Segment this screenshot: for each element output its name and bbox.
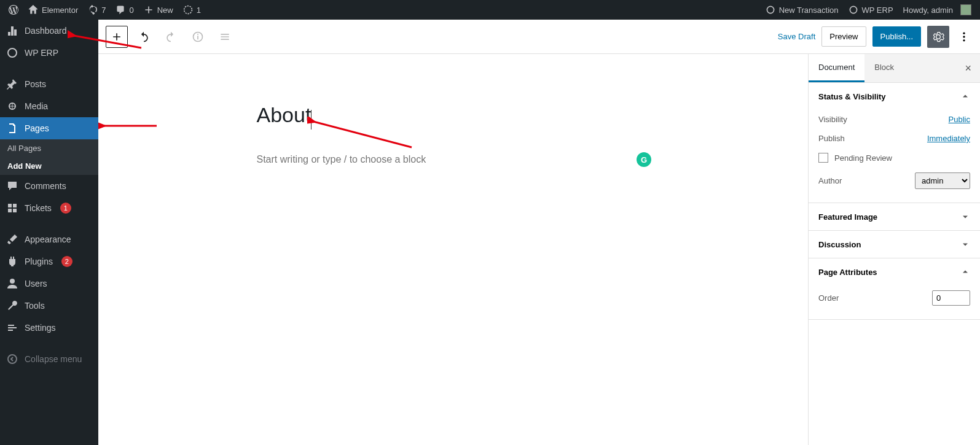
menu-label: Posts xyxy=(25,79,46,89)
settings-panel: Document Block × Status & Visibility Vis… xyxy=(808,54,980,445)
brush-icon xyxy=(6,233,18,246)
menu-wp-erp[interactable]: WP ERP xyxy=(0,42,98,64)
menu-tools[interactable]: Tools xyxy=(0,295,98,317)
comments-item[interactable]: 0 xyxy=(111,0,138,20)
menu-media[interactable]: Media xyxy=(0,95,98,117)
plugin-icon xyxy=(6,255,18,268)
submenu-add-new[interactable]: Add New xyxy=(0,157,98,175)
menu-dashboard[interactable]: Dashboard xyxy=(0,20,98,42)
wrench-icon xyxy=(6,300,18,312)
order-input[interactable] xyxy=(932,290,970,306)
pages-icon xyxy=(6,122,18,134)
wordpress-icon xyxy=(9,5,18,15)
menu-appearance[interactable]: Appearance xyxy=(0,228,98,250)
site-name-label: Elementor xyxy=(42,6,78,15)
add-block-button[interactable] xyxy=(106,26,128,48)
svg-point-3 xyxy=(8,48,17,57)
new-transaction-label: New Transaction xyxy=(779,6,839,15)
redo-button[interactable] xyxy=(160,26,182,48)
menu-label: Tickets xyxy=(25,203,52,213)
panel-toggle[interactable]: Status & Visibility xyxy=(809,83,980,110)
editor-canvas[interactable]: About Start writing or type / to choose … xyxy=(98,54,808,445)
howdy[interactable]: Howdy, admin xyxy=(898,0,976,20)
svg-point-10 xyxy=(8,355,17,363)
refresh-count: 7 xyxy=(101,6,106,15)
grammarly-icon[interactable]: G xyxy=(637,152,651,167)
tickets-icon xyxy=(6,202,18,214)
tab-block[interactable]: Block xyxy=(864,54,904,82)
close-panel-button[interactable]: × xyxy=(956,62,980,75)
svg-rect-8 xyxy=(13,209,17,212)
menu-pages[interactable]: Pages xyxy=(0,117,98,139)
panel-featured-image: Featured Image xyxy=(809,203,980,231)
menu-collapse[interactable]: Collapse menu xyxy=(0,348,98,370)
undo-button[interactable] xyxy=(133,26,155,48)
updates-item[interactable]: 1 xyxy=(178,0,206,20)
menu-settings[interactable]: Settings xyxy=(0,317,98,339)
settings-toggle-button[interactable] xyxy=(927,26,949,48)
author-select[interactable]: admin xyxy=(915,172,970,189)
wp-erp-top-label: WP ERP xyxy=(862,6,893,15)
chevron-down-icon xyxy=(960,212,970,222)
submenu-all-pages[interactable]: All Pages xyxy=(0,139,98,157)
block-placeholder[interactable]: Start writing or type / to choose a bloc… xyxy=(257,154,650,165)
svg-point-14 xyxy=(963,39,965,41)
visibility-value[interactable]: Public xyxy=(949,115,970,124)
avatar-icon xyxy=(960,4,971,15)
new-transaction[interactable]: New Transaction xyxy=(761,0,844,20)
tab-document[interactable]: Document xyxy=(809,54,864,82)
panel-toggle[interactable]: Featured Image xyxy=(809,203,980,230)
publish-button[interactable]: Publish... xyxy=(872,26,921,47)
preview-button[interactable]: Preview xyxy=(821,26,866,47)
menu-posts[interactable]: Posts xyxy=(0,73,98,95)
publish-value[interactable]: Immediately xyxy=(927,134,970,143)
chevron-up-icon xyxy=(960,91,970,101)
outline-button[interactable] xyxy=(214,26,236,48)
badge: 2 xyxy=(61,256,73,267)
svg-rect-7 xyxy=(8,209,12,212)
panel-status-visibility: Status & Visibility Visibility Public Pu… xyxy=(809,83,980,203)
menu-users[interactable]: Users xyxy=(0,273,98,295)
updates-count: 1 xyxy=(197,6,201,15)
save-draft-button[interactable]: Save Draft xyxy=(778,32,815,41)
plus-icon xyxy=(144,5,154,15)
wp-erp-top[interactable]: WP ERP xyxy=(844,0,898,20)
panel-toggle[interactable]: Discussion xyxy=(809,231,980,258)
panel-title: Status & Visibility xyxy=(818,92,886,101)
menu-label: Comments xyxy=(25,181,66,191)
chevron-up-icon xyxy=(960,267,970,277)
refresh-item[interactable]: 7 xyxy=(83,0,111,20)
menu-label: Pages xyxy=(25,123,49,133)
menu-label: Tools xyxy=(25,301,45,311)
user-icon xyxy=(6,277,18,290)
author-label: Author xyxy=(818,176,842,185)
comments-count: 0 xyxy=(129,6,133,15)
menu-plugins[interactable]: Plugins 2 xyxy=(0,250,98,273)
dashboard-icon xyxy=(6,25,18,37)
more-button[interactable] xyxy=(955,26,973,48)
pin-icon xyxy=(6,78,18,90)
menu-comments[interactable]: Comments xyxy=(0,175,98,197)
svg-point-13 xyxy=(963,36,965,37)
visibility-label: Visibility xyxy=(818,115,847,124)
menu-label: Settings xyxy=(25,323,56,333)
wp-logo[interactable] xyxy=(4,0,23,20)
menu-label: Media xyxy=(25,101,48,111)
howdy-label: Howdy, admin xyxy=(903,6,953,15)
svg-point-0 xyxy=(184,6,192,14)
page-title-input[interactable]: About xyxy=(257,103,312,126)
info-button[interactable] xyxy=(187,26,209,48)
site-name[interactable]: Elementor xyxy=(23,0,83,20)
new-item[interactable]: New xyxy=(139,0,178,20)
panel-toggle[interactable]: Page Attributes xyxy=(809,258,980,285)
svg-point-9 xyxy=(10,279,15,284)
pending-review-checkbox[interactable] xyxy=(818,153,828,163)
panel-title: Discussion xyxy=(818,240,861,249)
menu-label: WP ERP xyxy=(25,48,58,58)
publish-label: Publish xyxy=(818,134,845,143)
menu-tickets[interactable]: Tickets 1 xyxy=(0,197,98,219)
editor-toolbar: Save Draft Preview Publish... xyxy=(98,20,980,54)
menu-label: Users xyxy=(25,279,47,288)
new-label: New xyxy=(157,6,173,15)
settings-tabs: Document Block × xyxy=(809,54,980,83)
